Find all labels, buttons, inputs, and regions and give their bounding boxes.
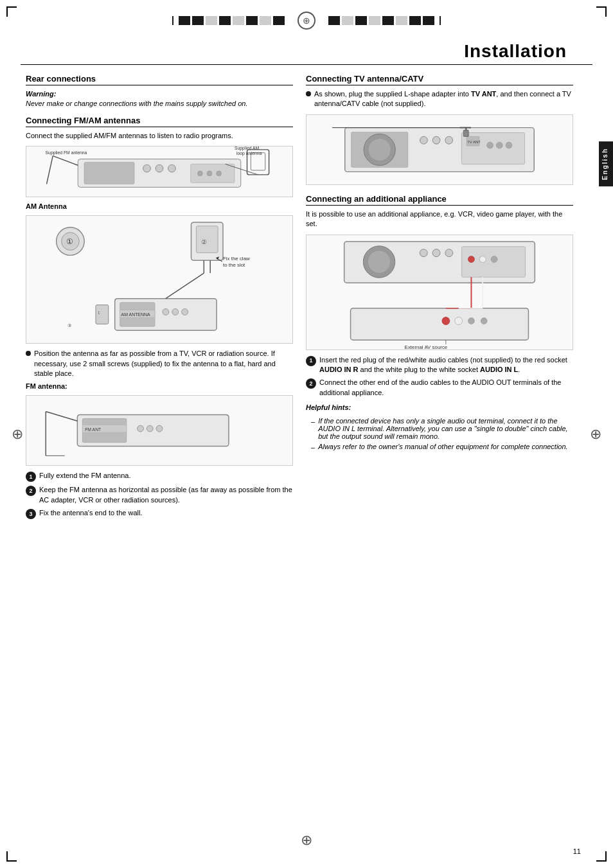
step1-bold1: AUDIO IN R — [319, 366, 359, 373]
bar-block-r7 — [409, 16, 421, 25]
page-title-area: Installation — [21, 36, 592, 65]
hint-1-text: If the connected device has only a singl… — [318, 417, 573, 440]
tv-catv-text: As shown, plug the supplied L-shape adap… — [314, 89, 573, 109]
compass-right: ⊕ — [590, 426, 601, 443]
position-antenna-text: Position the antenna as far as possible … — [34, 349, 293, 378]
svg-point-2 — [143, 164, 151, 172]
additional-step-1-text: Insert the red plug of the red/white aud… — [319, 355, 573, 375]
step-num-3: 3 — [26, 509, 36, 519]
svg-text:Fix the claw: Fix the claw — [223, 256, 250, 261]
additional-appliance-section: Connecting an additional appliance It is… — [306, 194, 573, 451]
corner-mark-br — [596, 851, 607, 862]
svg-text:Supplied FM antenna: Supplied FM antenna — [46, 150, 87, 155]
fm-steps-list: 1 Fully extend the FM antenna. 2 Keep th… — [26, 471, 293, 519]
warning-label: Warning: — [26, 90, 56, 98]
svg-point-53 — [368, 138, 391, 161]
am-step2: ② — [191, 222, 224, 273]
fm-step-1: 1 Fully extend the FM antenna. — [26, 471, 293, 482]
tv-catv-text1: As shown, plug the supplied L-shape adap… — [314, 90, 471, 98]
fm-am-diagram: Supplied FM antenna Supplied AM loop ant… — [26, 146, 293, 197]
svg-point-82 — [468, 317, 475, 324]
fm-step-1-text: Fully extend the FM antenna. — [39, 471, 130, 481]
bar-block-4 — [219, 16, 231, 25]
page-title: Installation — [464, 41, 567, 61]
svg-text:↕: ↕ — [98, 310, 100, 316]
svg-point-55 — [432, 136, 440, 144]
svg-point-35 — [182, 309, 188, 315]
svg-text:②: ② — [201, 238, 207, 245]
bar-block-r2 — [342, 16, 353, 25]
bar-block-8 — [273, 16, 285, 25]
bar-block-r6 — [396, 16, 407, 25]
svg-point-76 — [491, 256, 497, 262]
position-antenna-bullet: Position the antenna as far as possible … — [26, 349, 293, 378]
corner-mark-tr — [596, 6, 607, 17]
warning-paragraph: Warning: Never make or change connection… — [26, 89, 293, 109]
left-column: Rear connections Warning: Never make or … — [26, 74, 293, 523]
am-step1: ① — [57, 227, 85, 256]
svg-point-60 — [487, 142, 493, 148]
svg-point-48 — [147, 425, 153, 432]
svg-point-61 — [496, 142, 502, 148]
additional-step-num-1: 1 — [306, 356, 316, 366]
corner-mark-bl — [6, 851, 17, 862]
additional-appliance-diagram: External AV source — [306, 235, 573, 350]
svg-point-6 — [197, 171, 202, 176]
bar-block-r1 — [328, 16, 340, 25]
step-num-2: 2 — [26, 486, 36, 496]
fm-step-3-text: Fix the antenna's end to the wall. — [39, 508, 142, 518]
fm-antenna-diagram: FM ANT — [26, 395, 293, 466]
additional-step-2-text: Connect the other end of the audio cable… — [319, 378, 573, 398]
main-content: Rear connections Warning: Never make or … — [0, 65, 599, 532]
svg-point-81 — [455, 317, 463, 324]
bar-line-left — [172, 16, 173, 25]
step1-text2: and the white plug to the white socket — [359, 366, 481, 373]
svg-text:to the slot: to the slot — [223, 262, 245, 268]
additional-description: It is possible to use an additional appl… — [306, 209, 573, 229]
svg-point-83 — [481, 317, 487, 324]
additional-step-num-2: 2 — [306, 378, 316, 389]
svg-rect-5 — [191, 164, 235, 182]
svg-point-8 — [217, 171, 222, 176]
bullet-circle-tv — [306, 91, 311, 96]
fm-antenna-label: FM antenna: — [26, 382, 293, 390]
svg-point-70 — [420, 249, 427, 256]
bar-block-r4 — [369, 16, 380, 25]
svg-point-71 — [432, 249, 440, 256]
svg-point-47 — [138, 425, 144, 432]
fm-am-diagram-svg: Supplied FM antenna Supplied AM loop ant… — [26, 146, 292, 197]
tv-catv-section: Connecting TV antenna/CATV As shown, plu… — [306, 74, 573, 185]
fm-am-section: Connecting FM/AM antennas Connect the su… — [26, 116, 293, 519]
bar-block-r5 — [382, 16, 394, 25]
fm-am-description: Connect the supplied AM/FM antennas to l… — [26, 131, 293, 141]
bullet-circle-1 — [26, 351, 31, 356]
compass-bottom: ⊕ — [301, 832, 312, 849]
tv-diagram-svg: TV ANT — [306, 115, 573, 184]
am-step3: AM ANTENNA — [115, 273, 217, 330]
svg-point-69 — [368, 250, 391, 273]
english-tab: English — [599, 141, 613, 186]
svg-text:FM ANT: FM ANT — [85, 427, 102, 432]
fm-step-3: 3 Fix the antenna's end to the wall. — [26, 508, 293, 519]
svg-point-49 — [156, 425, 163, 432]
additional-step-1: 1 Insert the red plug of the red/white a… — [306, 355, 573, 375]
additional-step-2: 2 Connect the other end of the audio cab… — [306, 378, 573, 398]
am-antenna-diagram: ① ② Fix the claw to the slot — [26, 215, 293, 344]
svg-text:①: ① — [66, 237, 73, 246]
additional-appliance-title: Connecting an additional appliance — [306, 194, 573, 206]
svg-point-56 — [445, 136, 453, 144]
tv-catv-bullet: As shown, plug the supplied L-shape adap… — [306, 89, 573, 109]
svg-point-74 — [468, 256, 475, 262]
step1-text1: Insert the red plug of the red/white aud… — [319, 356, 567, 364]
fm-am-title: Connecting FM/AM antennas — [26, 116, 293, 127]
svg-point-4 — [168, 164, 176, 172]
right-column: Connecting TV antenna/CATV As shown, plu… — [306, 74, 573, 523]
rear-connections-section: Rear connections Warning: Never make or … — [26, 74, 293, 109]
bar-block-r8 — [423, 16, 434, 25]
svg-rect-63 — [463, 130, 468, 136]
svg-line-10 — [47, 156, 53, 184]
svg-point-7 — [207, 171, 212, 176]
svg-point-72 — [445, 249, 453, 256]
tv-catv-diagram: TV ANT — [306, 114, 573, 185]
svg-point-54 — [420, 136, 428, 144]
